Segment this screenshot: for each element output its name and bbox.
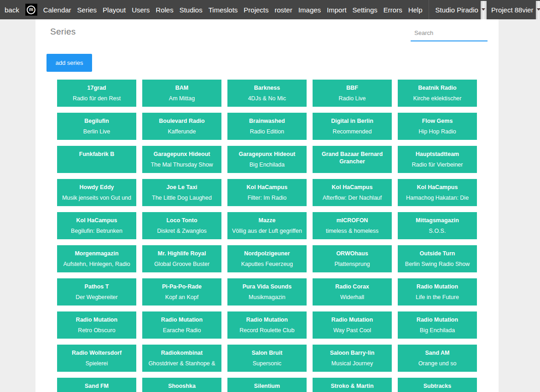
- series-card-subtitle: Aufstehn, Hinlegen, Radio: [60, 261, 134, 268]
- series-card-subtitle: Recommended: [315, 128, 389, 135]
- series-card-subtitle: The Little Dog Laughed: [145, 195, 219, 202]
- search-field-wrapper: [411, 28, 488, 41]
- nav-item-back[interactable]: back: [5, 6, 19, 14]
- series-card-subtitle: Supersonic: [230, 360, 304, 367]
- nav-item-calendar[interactable]: Calendar: [43, 6, 71, 14]
- nav-item-projects[interactable]: Projects: [244, 6, 268, 14]
- series-card[interactable]: Radiokombinat Ghostdriver & Stanhope &: [142, 345, 221, 372]
- series-card[interactable]: Shooshka Joyful Noise: [142, 378, 221, 392]
- studio-select[interactable]: Studio Piradio: [435, 0, 487, 19]
- series-card[interactable]: mICROFON timeless & homeless: [313, 212, 392, 239]
- nav-item-users[interactable]: Users: [132, 6, 150, 14]
- series-card[interactable]: Radio Corax Widerhall: [313, 278, 392, 306]
- series-card-subtitle: S.O.S.: [401, 228, 474, 235]
- series-card[interactable]: Digital in Berlin Recommended: [313, 113, 392, 140]
- series-card[interactable]: Morgenmagazin Aufstehn, Hinlegen, Radio: [57, 245, 136, 272]
- series-card-title: Subtracks: [401, 382, 474, 390]
- series-card[interactable]: Radio Mutation Earache Radio: [142, 311, 221, 339]
- series-card[interactable]: Radio Mutation Big Enchilada: [398, 311, 477, 339]
- series-card[interactable]: Pathos T Der Wegbereiter: [57, 278, 136, 306]
- series-card[interactable]: Kol HaCampus Afterflow: Der Nachlauf: [313, 179, 392, 206]
- series-card[interactable]: Funkfabrik B: [57, 146, 136, 173]
- series-card[interactable]: Mr. Highlife Royal Global Groove Buster: [142, 245, 221, 272]
- series-card[interactable]: Loco Tonto Diskret & Zwanglos: [142, 212, 221, 239]
- piradio-logo-icon[interactable]: m: [25, 4, 37, 16]
- series-card[interactable]: Beatnik Radio Kirche eklektischer: [398, 80, 477, 107]
- nav-item-studios[interactable]: Studios: [180, 6, 203, 14]
- series-card-subtitle: Begilufin: Betrunken: [60, 228, 134, 235]
- series-card[interactable]: Radio Mutation Record Roulette Club: [227, 311, 307, 339]
- series-card[interactable]: Subtracks To Released: [398, 378, 477, 392]
- series-card-title: Radio Mutation: [60, 316, 134, 323]
- series-card-title: Pura Vida Sounds: [230, 283, 304, 290]
- series-card[interactable]: Kol HaCampus Hamachog Hakatan: Die: [398, 179, 477, 206]
- series-card[interactable]: Mittagsmagazin S.O.S.: [398, 212, 477, 239]
- series-card[interactable]: Salon Bruit Supersonic: [227, 345, 307, 372]
- series-card-subtitle: Global Groove Buster: [145, 261, 219, 268]
- series-card[interactable]: Radio Mutation Life in the Future: [398, 278, 477, 306]
- add-series-button[interactable]: add series: [46, 54, 92, 72]
- chevron-down-icon[interactable]: [481, 1, 487, 19]
- series-card[interactable]: Saloon Barry-lin Musical Journey: [313, 345, 392, 372]
- nav-item-roster[interactable]: roster: [275, 6, 292, 14]
- series-card[interactable]: Outside Turn Berlin Swing Radio Show: [398, 245, 477, 272]
- series-card-subtitle: Big Enchilada: [230, 161, 304, 168]
- chevron-down-icon[interactable]: [536, 1, 540, 19]
- series-card[interactable]: Begilufin Berlin Live: [57, 113, 136, 140]
- series-card[interactable]: BBF Radio Live: [313, 80, 392, 107]
- series-card-subtitle: Musik jenseits von Gut und: [60, 195, 134, 202]
- series-card-title: Barkness: [230, 84, 304, 92]
- nav-item-import[interactable]: Import: [327, 6, 347, 14]
- series-card-title: Loco Tonto: [145, 217, 219, 224]
- series-card[interactable]: Kol HaCampus Filter: Im Radio: [227, 179, 307, 206]
- series-card[interactable]: Garagepunx Hideout Big Enchilada: [227, 146, 307, 173]
- nav-item-roles[interactable]: Roles: [156, 6, 173, 14]
- series-card[interactable]: Joe Le Taxi The Little Dog Laughed: [142, 179, 221, 206]
- nav-item-images[interactable]: Images: [298, 6, 321, 14]
- series-card[interactable]: Kol HaCampus Begilufin: Betrunken: [57, 212, 136, 239]
- nav-item-help[interactable]: Help: [408, 6, 423, 14]
- series-card[interactable]: Pi-Pa-Po-Rade Kopf an Kopf: [142, 278, 221, 306]
- series-card[interactable]: ORWOhaus Plattensprung: [313, 245, 392, 272]
- series-card[interactable]: Sand AM Orange und so: [398, 345, 477, 372]
- series-card-subtitle: Life in the Future: [401, 294, 474, 301]
- series-card[interactable]: Brainwashed Radio Edition: [227, 113, 307, 140]
- series-card[interactable]: Grand Bazaar Bernard Grancher: [313, 146, 392, 173]
- navbar: back m CalendarSeriesPlayoutUsersRolesSt…: [0, 0, 540, 19]
- series-card[interactable]: Stroko & Martin It's all in a technicolo…: [313, 378, 392, 392]
- nav-item-errors[interactable]: Errors: [383, 6, 402, 14]
- series-card[interactable]: Pura Vida Sounds Musikmagazin: [227, 278, 307, 306]
- nav-item-timeslots[interactable]: Timeslots: [209, 6, 238, 14]
- series-card[interactable]: Radio Woltersdorf Spielerei: [57, 345, 136, 372]
- nav-item-settings[interactable]: Settings: [353, 6, 377, 14]
- series-card[interactable]: Hauptstadtteam Radio für Vierbeiner: [398, 146, 477, 173]
- series-card[interactable]: Radio Mutation Way Past Cool: [313, 311, 392, 339]
- series-card-title: Radio Mutation: [315, 316, 389, 323]
- series-card[interactable]: Flow Gems Hip Hop Radio: [398, 113, 477, 140]
- series-card-title: Boulevard Radio: [145, 117, 219, 125]
- nav-item-playout[interactable]: Playout: [103, 6, 126, 14]
- series-card[interactable]: Sand FM Orange und Gäste: [57, 378, 136, 392]
- series-card[interactable]: Garagepunx Hideout The Mal Thursday Show: [142, 146, 221, 173]
- series-card-title: Radiokombinat: [145, 349, 219, 357]
- series-card-title: Radio Mutation: [401, 283, 474, 290]
- navbar-right-group: Studio Piradio Project 88vier Logout mil…: [429, 0, 540, 19]
- nav-item-series[interactable]: Series: [77, 6, 97, 14]
- series-card[interactable]: Howdy Eddy Musik jenseits von Gut und: [57, 179, 136, 206]
- series-card[interactable]: Radio Mutation Retro Obscuro: [57, 311, 136, 339]
- series-card[interactable]: Mazze Völlig aus der Luft gegriffen: [227, 212, 307, 239]
- series-card[interactable]: BAM Am Mittag: [142, 80, 221, 107]
- series-card[interactable]: Silentium Geschichten: [227, 378, 307, 392]
- series-card-title: BBF: [315, 84, 389, 92]
- series-card[interactable]: Nordpolzigeuner Kaputtes Feuerzeug: [227, 245, 307, 272]
- series-card-title: Kol HaCampus: [315, 184, 389, 191]
- search-input[interactable]: [411, 28, 488, 41]
- series-card-title: Hauptstadtteam: [401, 150, 474, 158]
- series-card[interactable]: 17grad Radio für den Rest: [57, 80, 136, 107]
- series-card[interactable]: Boulevard Radio Kafferunde: [142, 113, 221, 140]
- series-card-title: Stroko & Martin: [315, 382, 389, 390]
- project-select[interactable]: Project 88vier: [491, 0, 540, 19]
- series-card-title: Flow Gems: [401, 117, 474, 125]
- series-card[interactable]: Barkness 4DJs & No Mic: [227, 80, 307, 107]
- series-card-subtitle: Kaputtes Feuerzeug: [230, 261, 304, 268]
